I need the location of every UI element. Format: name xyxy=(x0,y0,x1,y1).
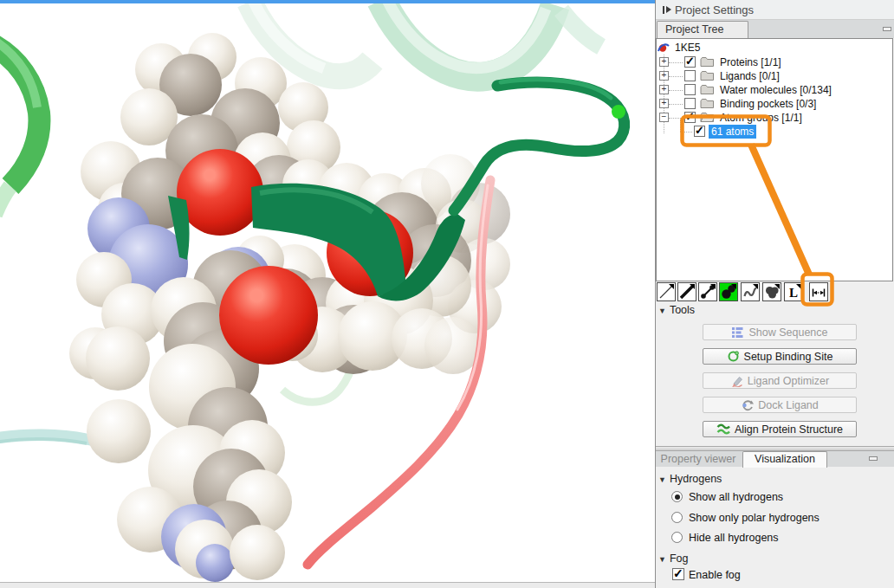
expand-toggle[interactable]: + xyxy=(659,99,669,108)
setup-binding-site-button[interactable]: Setup Binding Site xyxy=(703,348,857,365)
expand-toggle[interactable]: − xyxy=(659,113,669,122)
tree-row-ligands[interactable]: + Ligands [0/1] xyxy=(657,69,891,83)
align-waves-icon xyxy=(716,423,730,436)
molecule-3d-scene[interactable] xyxy=(0,0,655,582)
tree-item-label[interactable]: Water molecules [0/134] xyxy=(720,83,832,97)
binding-site-icon xyxy=(727,350,740,363)
application-window: Project Settings Project Tree 1KE5 + ✓ P… xyxy=(0,0,894,588)
collapse-triangle-icon[interactable]: ▼ xyxy=(658,307,666,315)
tree-child-label-selected[interactable]: 61 atoms xyxy=(709,125,756,139)
folder-icon xyxy=(700,56,715,68)
checkbox[interactable]: ✓ xyxy=(694,126,705,137)
tree-row-water[interactable]: + Water molecules [0/134] xyxy=(657,83,891,97)
checkbox[interactable] xyxy=(684,70,696,81)
panel-splitter-handle-icon[interactable] xyxy=(883,27,891,31)
checkbox[interactable]: ✓ xyxy=(684,112,696,123)
radio-label[interactable]: Show all hydrogens xyxy=(689,491,783,504)
expand-toggle[interactable]: + xyxy=(659,57,669,67)
project-settings-panel: Project Settings Project Tree 1KE5 + ✓ P… xyxy=(655,0,894,588)
radio-label[interactable]: Show only polar hydrogens xyxy=(689,512,820,525)
space-filling-icon-active[interactable] xyxy=(719,282,738,301)
tree-row-61-atoms[interactable]: ✓ 61 atoms xyxy=(657,125,891,139)
collapse-triangle-icon[interactable]: ▼ xyxy=(658,555,666,564)
folder-icon xyxy=(700,70,715,81)
tree-root-label[interactable]: 1KE5 xyxy=(675,41,700,55)
pencil-icon xyxy=(730,374,743,387)
viewer-bottom-edge xyxy=(0,582,655,588)
svg-text:L: L xyxy=(789,286,798,300)
tab-property-viewer[interactable]: Property viewer xyxy=(658,451,739,467)
tree-row-proteins[interactable]: + ✓ Proteins [1/1] xyxy=(657,55,891,69)
expand-toggle[interactable]: + xyxy=(659,71,669,81)
label-icon[interactable]: L xyxy=(784,282,803,301)
radio-label[interactable]: Hide all hydrogens xyxy=(689,532,779,545)
ligand-optimizer-button[interactable]: Ligand Optimizer xyxy=(703,372,857,389)
sequence-icon xyxy=(731,326,744,339)
project-tree[interactable]: 1KE5 + ✓ Proteins [1/1] + Ligands [0/1] … xyxy=(656,38,893,281)
tree-item-label[interactable]: Atom groups [1/1] xyxy=(720,111,802,125)
tree-row-binding-pockets[interactable]: + Binding pockets [0/3] xyxy=(657,97,891,111)
checkbox[interactable] xyxy=(684,98,696,109)
surface-icon[interactable] xyxy=(762,282,781,301)
tab-visualization[interactable]: Visualization xyxy=(742,451,827,468)
tree-item-label[interactable]: Binding pockets [0/3] xyxy=(720,97,816,111)
stick-icon[interactable] xyxy=(677,282,696,301)
panel-title: Project Settings xyxy=(675,0,754,20)
tree-item-label[interactable]: Proteins [1/1] xyxy=(720,55,781,69)
wireframe-icon[interactable] xyxy=(657,282,676,301)
radio-show-only-polar-hydrogens[interactable] xyxy=(671,512,683,523)
checkbox[interactable] xyxy=(684,84,696,95)
tab-project-tree[interactable]: Project Tree xyxy=(657,21,748,39)
collapse-panel-icon[interactable] xyxy=(663,5,671,15)
checkbox[interactable]: ✓ xyxy=(684,56,696,68)
dock-ligand-button[interactable]: Dock Ligand xyxy=(703,397,857,413)
show-sequence-button[interactable]: Show Sequence xyxy=(703,324,857,340)
collapse-triangle-icon[interactable]: ▼ xyxy=(658,475,666,484)
tools-section-header[interactable]: ▼Tools xyxy=(658,304,695,316)
ball-and-stick-icon[interactable] xyxy=(698,282,717,301)
radio-show-all-hydrogens[interactable] xyxy=(671,491,683,502)
align-protein-structure-button[interactable]: Align Protein Structure xyxy=(703,421,857,437)
distance-measure-icon[interactable] xyxy=(809,282,828,301)
hydrogens-section-header[interactable]: ▼Hydrogens xyxy=(658,473,722,485)
viewer-top-highlight xyxy=(0,0,655,3)
backbone-icon[interactable] xyxy=(741,282,760,301)
dock-cycle-icon xyxy=(741,398,754,411)
panel-header: Project Settings xyxy=(656,0,894,20)
expand-toggle[interactable]: + xyxy=(659,85,669,94)
molecule-viewport[interactable] xyxy=(0,0,655,588)
folder-icon xyxy=(700,84,715,95)
molecule-icon xyxy=(658,41,670,54)
tree-root-row[interactable]: 1KE5 xyxy=(657,41,891,55)
space-filling-atoms-layer xyxy=(69,33,510,582)
enable-fog-checkbox[interactable]: ✓ xyxy=(672,568,684,580)
radio-hide-all-hydrogens[interactable] xyxy=(671,532,683,543)
tree-item-label[interactable]: Ligands [0/1] xyxy=(720,69,780,83)
checkbox-label[interactable]: Enable fog xyxy=(689,569,741,582)
tree-row-atom-groups[interactable]: − ✓ Atom groups [1/1] xyxy=(657,111,891,125)
open-folder-icon xyxy=(700,112,715,123)
panel-splitter-handle-icon[interactable] xyxy=(869,456,878,461)
folder-icon xyxy=(700,98,715,109)
fog-section-header[interactable]: ▼Fog xyxy=(658,552,688,565)
